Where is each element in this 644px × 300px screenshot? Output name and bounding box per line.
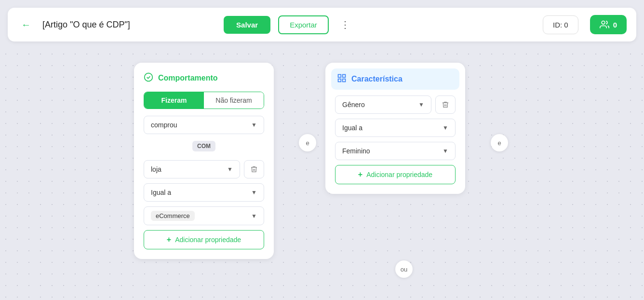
gender-dropdown[interactable]: Gênero ▼ — [335, 95, 431, 114]
char-add-property-label: Adicionar propriedade — [366, 171, 432, 178]
char-operator-dropdown[interactable]: Igual a ▼ — [335, 119, 456, 137]
trash-icon-char — [442, 101, 449, 109]
more-options-button[interactable]: ⋮ — [336, 17, 354, 32]
svg-rect-3 — [343, 75, 346, 78]
canvas: Comportamento Fizeram Não fizeram compro… — [0, 48, 644, 300]
plus-icon: + — [167, 235, 171, 244]
plus-icon-char: + — [358, 170, 362, 179]
characteristic-icon — [337, 73, 347, 85]
char-add-property-button[interactable]: + Adicionar propriedade — [335, 165, 456, 184]
behavior-toggle-group: Fizeram Não fizeram — [144, 92, 264, 109]
behavior-card: Comportamento Fizeram Não fizeram compro… — [134, 63, 274, 259]
property-delete-button[interactable] — [244, 160, 264, 178]
users-badge: 0 — [590, 15, 627, 34]
char-value: Feminino — [342, 147, 370, 155]
svg-rect-2 — [338, 75, 341, 78]
value-tag-dropdown-arrow: ▼ — [251, 213, 257, 219]
users-count: 0 — [613, 21, 617, 29]
page-title: [Artigo "O que é CDP"] — [42, 20, 216, 30]
toggle-did-button[interactable]: Fizeram — [144, 92, 204, 109]
property-row: loja ▼ — [144, 160, 264, 178]
operator-dropdown[interactable]: Igual a ▼ — [144, 183, 264, 202]
gender-dropdown-arrow: ▼ — [418, 101, 424, 108]
gender-row: Gênero ▼ — [335, 95, 456, 114]
gender-delete-button[interactable] — [435, 95, 456, 114]
char-value-arrow: ▼ — [443, 148, 448, 154]
connector-e1: e — [299, 134, 316, 151]
characteristic-card: Característica Gênero ▼ Igual a ▼ Femini… — [325, 63, 465, 194]
connector-e2: e — [491, 134, 508, 151]
value-tag-dropdown[interactable]: eCommerce ▼ — [144, 206, 264, 225]
export-button[interactable]: Exportar — [278, 15, 329, 34]
back-button[interactable]: ← — [17, 16, 35, 33]
char-operator-arrow: ▼ — [443, 124, 448, 131]
characteristic-card-title: Característica — [351, 75, 402, 83]
svg-point-1 — [145, 73, 153, 82]
behavior-icon — [144, 72, 153, 84]
char-operator-value: Igual a — [342, 124, 362, 132]
action-dropdown-value: comprou — [151, 121, 177, 129]
save-button[interactable]: Salvar — [224, 16, 270, 34]
gender-dropdown-value: Gênero — [342, 101, 365, 109]
topbar: ← [Artigo "O que é CDP"] Salvar Exportar… — [8, 8, 636, 41]
users-icon — [600, 20, 609, 29]
property-dropdown-arrow: ▼ — [227, 166, 233, 173]
svg-rect-5 — [343, 79, 346, 82]
behavior-card-header: Comportamento — [144, 72, 264, 84]
toggle-didnot-button[interactable]: Não fizeram — [204, 92, 264, 109]
behavior-card-title: Comportamento — [158, 74, 218, 82]
svg-rect-4 — [338, 79, 341, 82]
behavior-add-property-button[interactable]: + Adicionar propriedade — [144, 230, 264, 249]
char-value-dropdown[interactable]: Feminino ▼ — [335, 142, 456, 160]
connector-ou1: ou — [395, 260, 413, 278]
action-dropdown-arrow: ▼ — [251, 122, 257, 128]
svg-point-0 — [602, 21, 605, 25]
id-badge: ID: 0 — [543, 15, 578, 34]
operator-dropdown-value: Igual a — [151, 189, 171, 196]
value-tag: eCommerce — [151, 211, 195, 221]
com-badge-wrapper: COM — [144, 139, 264, 156]
operator-dropdown-arrow: ▼ — [251, 189, 257, 196]
action-dropdown[interactable]: comprou ▼ — [144, 116, 264, 134]
characteristic-card-header: Característica — [331, 68, 459, 90]
trash-icon — [250, 165, 258, 173]
property-dropdown[interactable]: loja ▼ — [144, 160, 240, 178]
behavior-add-property-label: Adicionar propriedade — [175, 236, 241, 244]
property-dropdown-value: loja — [151, 165, 161, 173]
com-badge: COM — [192, 141, 215, 151]
